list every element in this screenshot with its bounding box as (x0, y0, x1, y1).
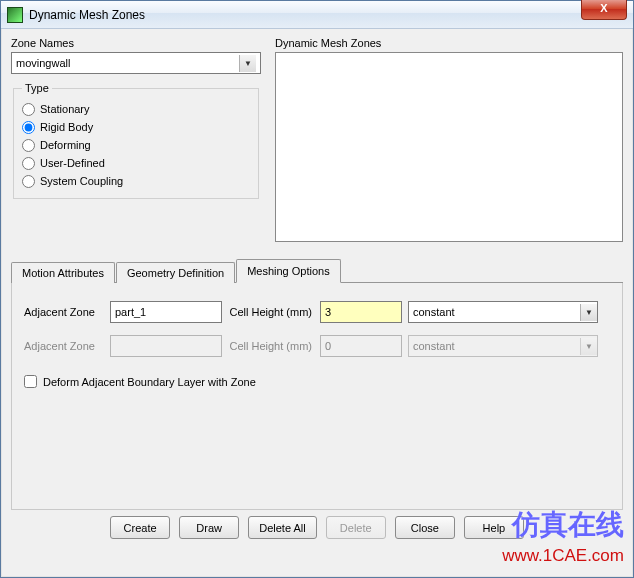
cell-height-mode-2-value: constant (413, 340, 455, 352)
radio-user-defined-label: User-Defined (40, 157, 105, 169)
content-area: Zone Names movingwall ▼ Type Stationary … (1, 29, 633, 577)
radio-stationary-input[interactable] (22, 103, 35, 116)
radio-rigid-body-label: Rigid Body (40, 121, 93, 133)
cell-height-input-2 (320, 335, 402, 357)
dialog-window: Dynamic Mesh Zones X Zone Names movingwa… (0, 0, 634, 578)
chevron-down-icon: ▼ (580, 338, 597, 355)
tab-motion-attributes[interactable]: Motion Attributes (11, 262, 115, 283)
draw-button-label: Draw (196, 522, 222, 534)
radio-user-defined[interactable]: User-Defined (22, 154, 250, 172)
chevron-down-icon: ▼ (580, 304, 597, 321)
adjacent-zone-input-2 (110, 335, 222, 357)
radio-deforming[interactable]: Deforming (22, 136, 250, 154)
adjacent-zone-input-1[interactable] (110, 301, 222, 323)
tab-geometry-definition[interactable]: Geometry Definition (116, 262, 235, 283)
window-title: Dynamic Mesh Zones (29, 8, 145, 22)
cell-height-label-1: Cell Height (mm) (228, 306, 314, 318)
delete-button-label: Delete (340, 522, 372, 534)
right-column: Dynamic Mesh Zones (275, 37, 623, 242)
create-button[interactable]: Create (110, 516, 170, 539)
cell-height-label-2: Cell Height (mm) (228, 340, 314, 352)
dmz-listbox[interactable] (275, 52, 623, 242)
radio-rigid-body-input[interactable] (22, 121, 35, 134)
close-icon: X (600, 2, 607, 14)
adjacent-zone-label-1: Adjacent Zone (24, 306, 104, 318)
tab-motion-label: Motion Attributes (22, 267, 104, 279)
deform-checkbox-label: Deform Adjacent Boundary Layer with Zone (43, 376, 256, 388)
zone-names-dropdown[interactable]: movingwall ▼ (11, 52, 261, 74)
top-row: Zone Names movingwall ▼ Type Stationary … (11, 37, 623, 242)
cell-height-input-1[interactable] (320, 301, 402, 323)
tab-meshing-options[interactable]: Meshing Options (236, 259, 341, 283)
tab-container: Motion Attributes Geometry Definition Me… (11, 258, 623, 510)
help-button-label: Help (483, 522, 506, 534)
cell-height-mode-2: constant ▼ (408, 335, 598, 357)
radio-deforming-label: Deforming (40, 139, 91, 151)
close-dialog-button-label: Close (411, 522, 439, 534)
close-dialog-button[interactable]: Close (395, 516, 455, 539)
draw-button[interactable]: Draw (179, 516, 239, 539)
type-group: Type Stationary Rigid Body Deforming (13, 82, 259, 199)
dmz-label: Dynamic Mesh Zones (275, 37, 623, 49)
radio-system-coupling[interactable]: System Coupling (22, 172, 250, 190)
app-icon (7, 7, 23, 23)
meshing-row-2: Adjacent Zone Cell Height (mm) constant … (24, 335, 610, 357)
radio-deforming-input[interactable] (22, 139, 35, 152)
delete-all-button[interactable]: Delete All (248, 516, 316, 539)
help-button[interactable]: Help (464, 516, 524, 539)
radio-user-defined-input[interactable] (22, 157, 35, 170)
titlebar: Dynamic Mesh Zones X (1, 1, 633, 29)
adjacent-zone-label-2: Adjacent Zone (24, 340, 104, 352)
left-column: Zone Names movingwall ▼ Type Stationary … (11, 37, 261, 242)
delete-button: Delete (326, 516, 386, 539)
meshing-panel: Adjacent Zone Cell Height (mm) constant … (11, 282, 623, 510)
radio-stationary[interactable]: Stationary (22, 100, 250, 118)
delete-all-button-label: Delete All (259, 522, 305, 534)
radio-stationary-label: Stationary (40, 103, 90, 115)
close-button[interactable]: X (581, 0, 627, 20)
radio-system-coupling-input[interactable] (22, 175, 35, 188)
chevron-down-icon: ▼ (239, 55, 256, 72)
type-legend: Type (22, 82, 52, 94)
tab-strip: Motion Attributes Geometry Definition Me… (11, 258, 623, 282)
tab-geometry-label: Geometry Definition (127, 267, 224, 279)
cell-height-mode-1[interactable]: constant ▼ (408, 301, 598, 323)
cell-height-mode-1-value: constant (413, 306, 455, 318)
tab-meshing-label: Meshing Options (247, 265, 330, 277)
deform-checkbox-row[interactable]: Deform Adjacent Boundary Layer with Zone (24, 375, 610, 388)
radio-rigid-body[interactable]: Rigid Body (22, 118, 250, 136)
button-bar: Create Draw Delete All Delete Close Help (11, 510, 623, 541)
deform-checkbox[interactable] (24, 375, 37, 388)
radio-system-coupling-label: System Coupling (40, 175, 123, 187)
zone-names-label: Zone Names (11, 37, 261, 49)
create-button-label: Create (124, 522, 157, 534)
meshing-row-1: Adjacent Zone Cell Height (mm) constant … (24, 301, 610, 323)
zone-names-value: movingwall (16, 57, 70, 69)
